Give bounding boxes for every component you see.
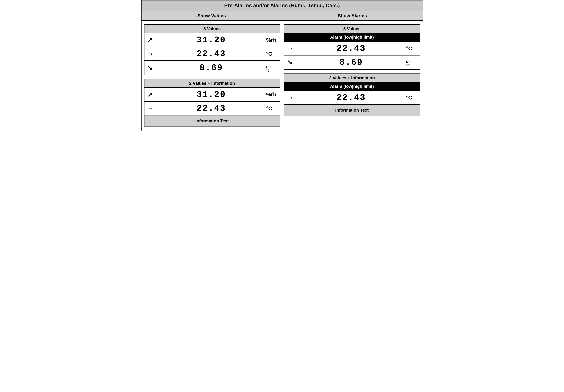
main-header: Pre-Alarms and/or Alarms (Humi., Temp., … <box>141 0 423 11</box>
bot-unit-1: %rh <box>266 91 277 98</box>
arrow-down-right-icon-1: ↘ <box>147 65 156 71</box>
unit-2: °C <box>266 51 277 57</box>
right-unit-1: °C <box>406 45 417 52</box>
right-value-1: 22.43 <box>296 43 406 53</box>
right-row-1: ↔ 22.43 °C <box>284 42 420 56</box>
dp-unit-left: DP°C <box>266 65 271 72</box>
left-column: 3 Values ↗ 31.20 %rh ↔ 22.43 °C ↘ 8.69 D… <box>144 24 280 127</box>
main-title: Pre-Alarms and/or Alarms (Humi., Temp., … <box>224 3 340 8</box>
arrow-up-right-icon-2: ↗ <box>147 91 156 98</box>
right-unit-2: DP°C <box>406 58 417 67</box>
left-2values-panel: 2 Values + Information ↗ 31.20 %rh ↔ 22.… <box>144 79 280 127</box>
right-value-2: 8.69 <box>296 57 406 67</box>
left-row-1: ↗ 31.20 %rh <box>144 33 280 47</box>
arrow-down-right-icon-2: ↘ <box>287 59 296 66</box>
value-1: 31.20 <box>156 35 266 45</box>
left-row-3: ↘ 8.69 DP°C <box>144 61 280 75</box>
right-bot-value-1: 22.43 <box>296 93 406 102</box>
right-alarm-label-1: Alarm (low|high limit) <box>284 33 420 42</box>
right-2values-panel: 2 Values + Information Alarm (low|high l… <box>284 73 420 116</box>
bot-value-2: 22.43 <box>156 103 266 113</box>
page-container: Pre-Alarms and/or Alarms (Humi., Temp., … <box>141 0 423 131</box>
right-3values-header: 3 Values <box>284 25 420 33</box>
right-bot-row-1: ↔ 22.43 °C <box>284 91 420 105</box>
right-info-text: Information Text <box>284 105 420 116</box>
value-2: 22.43 <box>156 49 266 59</box>
left-3values-panel: 3 Values ↗ 31.20 %rh ↔ 22.43 °C ↘ 8.69 D… <box>144 24 280 75</box>
arrow-lr-icon-3: ↔ <box>287 45 296 52</box>
arrow-lr-icon-1: ↔ <box>147 51 156 57</box>
arrow-lr-icon-2: ↔ <box>147 105 156 112</box>
left-3values-header: 3 Values <box>144 25 280 33</box>
left-bot-row-2: ↔ 22.43 °C <box>144 102 280 115</box>
dp-unit-right: DP°C <box>406 60 411 67</box>
right-row-2: ↘ 8.69 DP°C <box>284 56 420 69</box>
unit-3: DP°C <box>266 63 277 72</box>
right-column: 3 Values Alarm (low|high limit) ↔ 22.43 … <box>284 24 420 127</box>
arrow-up-right-icon-1: ↗ <box>147 37 156 43</box>
bot-value-1: 31.20 <box>156 90 266 99</box>
value-3: 8.69 <box>156 63 266 73</box>
bot-unit-2: °C <box>266 105 277 112</box>
arrow-lr-icon-4: ↔ <box>287 94 296 101</box>
right-bot-unit-1: °C <box>406 95 417 101</box>
unit-1: %rh <box>266 37 277 43</box>
show-alarms-button[interactable]: Show Alarms <box>282 11 423 20</box>
button-row: Show Values Show Alarms <box>141 11 423 21</box>
left-2values-header: 2 Values + Information <box>144 79 280 88</box>
left-info-text: Information Text <box>144 115 280 126</box>
right-alarm-label-2: Alarm (low|high limit) <box>284 82 420 91</box>
right-2values-header: 2 Values + Information <box>284 74 420 82</box>
left-row-2: ↔ 22.43 °C <box>144 47 280 61</box>
left-bot-row-1: ↗ 31.20 %rh <box>144 88 280 102</box>
content-area: 3 Values ↗ 31.20 %rh ↔ 22.43 °C ↘ 8.69 D… <box>141 21 423 131</box>
show-values-button[interactable]: Show Values <box>141 11 282 20</box>
right-3values-panel: 3 Values Alarm (low|high limit) ↔ 22.43 … <box>284 24 420 70</box>
